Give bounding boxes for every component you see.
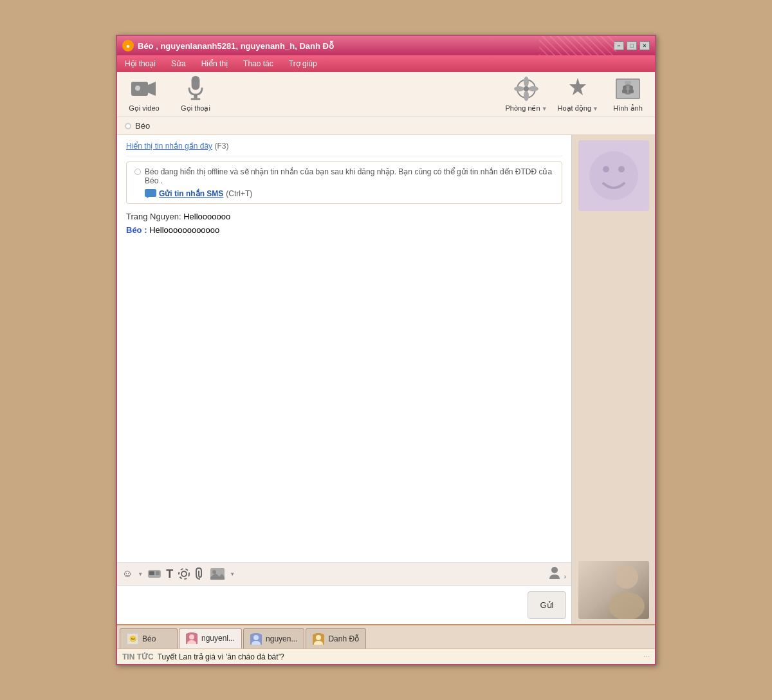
tab-nguyenl-avatar — [186, 632, 198, 644]
svg-rect-5 — [191, 98, 201, 100]
activity-dropdown-icon: ▼ — [593, 106, 598, 112]
svg-point-11 — [524, 86, 529, 91]
svg-point-20 — [629, 86, 633, 89]
attach-button[interactable] — [195, 567, 205, 580]
wink-button[interactable] — [148, 569, 161, 579]
voice-call-button[interactable]: Gọi thoại — [176, 76, 215, 113]
video-call-button[interactable]: Gọi video — [125, 76, 163, 113]
menu-item-thao-tac[interactable]: Thao tác — [241, 58, 276, 69]
person-button[interactable]: › — [548, 566, 566, 582]
svg-marker-12 — [569, 78, 586, 95]
sidebar — [571, 135, 655, 624]
toolbar-right: Phòng nền ▼ Hoạt động ▼ — [506, 76, 647, 113]
status-dot-icon — [125, 123, 131, 129]
menu-item-hien-thi[interactable]: Hiển thị — [199, 58, 230, 69]
svg-point-8 — [524, 91, 529, 101]
recent-messages-link[interactable]: Hiển thị tin nhắn gần đây — [126, 142, 212, 151]
toolbar-left: Gọi video Gọi thoại — [125, 76, 215, 113]
svg-point-43 — [253, 635, 259, 640]
tab-nguyen-avatar — [250, 633, 262, 645]
svg-point-18 — [623, 86, 627, 89]
tab-nguyenl[interactable]: nguyenl... — [179, 628, 242, 649]
sidebar-photo-inner — [578, 561, 649, 619]
tab-beo-icon: 😐 — [127, 633, 138, 645]
sms-link-row: Gửi tin nhắn SMS (Ctrl+T) — [145, 189, 554, 198]
news-bar: TIN TỨC Tuyết Lan trả giá vì 'ăn cháo đá… — [117, 649, 655, 664]
svg-rect-26 — [156, 571, 160, 575]
svg-point-32 — [551, 567, 558, 573]
tab-danh-do-label: Danh Đỗ — [328, 634, 359, 643]
message-input[interactable] — [117, 586, 522, 624]
menu-item-tro-giup[interactable]: Trợ giúp — [286, 58, 320, 69]
tab-beo-label: Béo — [142, 634, 156, 643]
menu-item-hoi-thoai[interactable]: Hội thoại — [122, 58, 158, 69]
emoji-button[interactable]: ☺ — [122, 568, 133, 580]
app-icon: ● — [122, 40, 134, 51]
svg-point-34 — [603, 166, 609, 172]
svg-point-35 — [618, 166, 625, 172]
svg-point-33 — [589, 151, 638, 200]
offline-row: Béo đang hiển thị offline và sẽ nhận tin… — [134, 167, 554, 185]
offline-message-text: Béo đang hiển thị offline và sẽ nhận tin… — [145, 167, 554, 185]
chat-window: ● Béo , nguyenlananh5281, nguyenanh_h, D… — [116, 35, 656, 665]
sms-link[interactable]: Gửi tin nhắn SMS — [159, 189, 223, 198]
background-dropdown-icon: ▼ — [542, 106, 547, 112]
svg-point-40 — [189, 634, 194, 640]
svg-rect-21 — [629, 89, 634, 93]
restore-button[interactable]: □ — [627, 41, 637, 50]
svg-point-37 — [615, 566, 638, 589]
video-call-icon — [131, 76, 157, 102]
svg-point-38 — [609, 592, 645, 619]
recent-messages-section: Hiển thị tin nhắn gần đây (F3) — [126, 142, 562, 156]
toolbar: Gọi video Gọi thoại — [117, 72, 655, 117]
message-text-0: Hellooooooo — [183, 212, 230, 221]
message-text-1: Helloooooooooooo — [149, 225, 219, 235]
photo-button[interactable]: Hình ảnh — [609, 76, 647, 113]
news-label: TIN TỨC — [122, 652, 154, 661]
tab-danh-do-avatar — [313, 633, 324, 645]
input-area: Gửi — [117, 585, 571, 624]
close-button[interactable]: × — [639, 41, 650, 50]
svg-rect-25 — [149, 571, 154, 575]
svg-rect-22 — [145, 189, 156, 197]
sms-icon — [145, 189, 156, 198]
svg-point-2 — [135, 86, 140, 91]
menu-item-sua[interactable]: Sửa — [169, 58, 188, 69]
input-toolbar: ☺ ▼ T — [117, 562, 571, 585]
activity-button[interactable]: Hoạt động ▼ — [558, 76, 598, 113]
window-controls: − □ × — [614, 41, 650, 50]
chat-area: Hiển thị tin nhắn gần đây (F3) Béo đang … — [117, 135, 571, 624]
svg-rect-17 — [625, 81, 631, 84]
font-button[interactable]: T — [166, 567, 173, 581]
svg-point-27 — [181, 571, 187, 576]
activity-label: Hoạt động — [558, 104, 592, 113]
svg-point-28 — [179, 569, 189, 579]
main-content: Hiển thị tin nhắn gần đây (F3) Béo đang … — [117, 135, 655, 624]
image-insert-button[interactable] — [210, 568, 225, 580]
photo-label: Hình ảnh — [613, 104, 643, 113]
tab-danh-do[interactable]: Danh Đỗ — [306, 628, 366, 649]
send-button[interactable]: Gửi — [528, 591, 566, 619]
tabs-bar: 😐 Béo nguyenl... nguyen... — [117, 624, 655, 649]
contact-status-bar: Béo — [117, 117, 655, 135]
background-button[interactable]: Phòng nền ▼ — [506, 76, 547, 113]
title-decoration — [539, 36, 616, 55]
tab-nguyen-label: nguyen... — [266, 634, 297, 643]
news-scroll-dots: ⋯ — [643, 653, 650, 660]
voice-call-icon — [183, 76, 208, 102]
sms-shortcut: (Ctrl+T) — [226, 189, 252, 198]
svg-rect-3 — [192, 76, 200, 90]
svg-point-46 — [316, 635, 321, 640]
contact-avatar — [578, 140, 649, 211]
video-call-label: Gọi video — [129, 104, 159, 113]
message-row-beo: Béo : Helloooooooooooo — [126, 225, 562, 235]
photo-icon — [615, 76, 641, 102]
svg-rect-19 — [622, 89, 627, 93]
news-text: Tuyết Lan trả giá vì 'ăn cháo đá bát'? — [158, 652, 284, 661]
contact-name: Béo — [135, 121, 150, 131]
title-bar: ● Béo , nguyenlananh5281, nguyenanh_h, D… — [117, 36, 655, 55]
tab-beo[interactable]: 😐 Béo — [120, 628, 178, 649]
tab-nguyen[interactable]: nguyen... — [243, 628, 304, 649]
chat-messages: Hiển thị tin nhắn gần đây (F3) Béo đang … — [117, 135, 571, 562]
settings-button[interactable] — [178, 568, 190, 580]
